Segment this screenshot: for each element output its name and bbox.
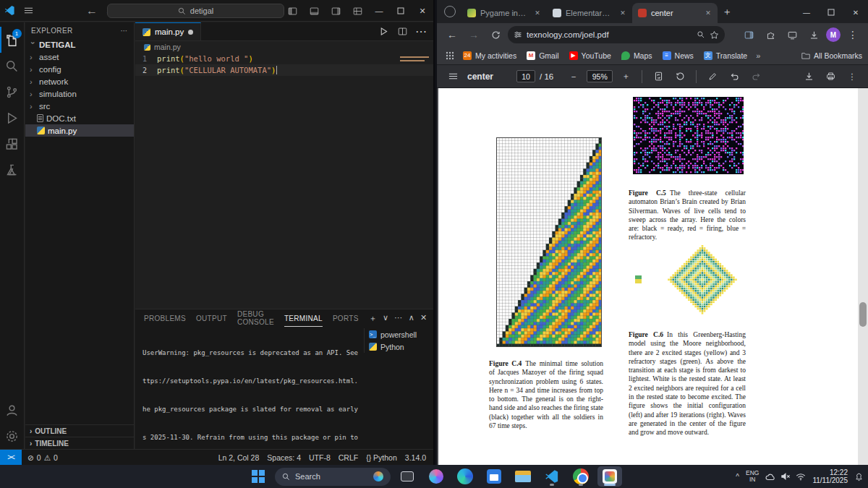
wifi-icon[interactable] — [796, 473, 806, 481]
bookmark-star-icon[interactable] — [710, 30, 719, 40]
toggle-panel-icon[interactable] — [303, 0, 325, 22]
bookmark-news[interactable]: ≡News — [658, 48, 698, 63]
terminal-instance-powershell[interactable]: >_powershell — [369, 328, 429, 341]
extensions-puzzle-icon[interactable] — [761, 25, 780, 44]
task-view-button[interactable] — [395, 466, 420, 487]
run-debug-icon[interactable] — [0, 105, 25, 131]
window-minimize-button[interactable]: — — [368, 0, 390, 22]
tab-search-icon[interactable] — [444, 6, 456, 17]
outline-section[interactable]: ›OUTLINE — [25, 424, 134, 437]
panel-more-icon[interactable]: ⋯ — [394, 313, 402, 324]
sidebar-item-src[interactable]: ›src — [25, 100, 134, 112]
history-back-icon[interactable]: ← — [82, 1, 101, 20]
taskbar-search[interactable]: Search — [275, 468, 391, 486]
new-terminal-icon[interactable]: ＋ — [369, 313, 377, 324]
sidebar-item-config[interactable]: ›config — [25, 63, 134, 75]
cast-icon[interactable] — [783, 25, 801, 44]
editor-more-icon[interactable]: ⋯ — [413, 24, 429, 40]
pdf-more-icon[interactable]: ⋮ — [843, 68, 861, 85]
clock[interactable]: 12:22 11/11/2025 — [812, 468, 848, 485]
panel-close-icon[interactable]: ✕ — [420, 313, 427, 324]
panel-maximize-icon[interactable]: ∧ — [409, 313, 414, 324]
timeline-section[interactable]: ›TIMELINE — [25, 437, 134, 449]
language-indicator[interactable]: ENG IN — [746, 470, 759, 483]
sidebar-item-main-py[interactable]: main.py — [25, 124, 134, 137]
settings-gear-icon[interactable] — [0, 423, 25, 449]
errors-icon[interactable]: ⊘ — [27, 453, 34, 462]
tab-debug-console[interactable]: DEBUG CONSOLE — [237, 309, 274, 327]
print-icon[interactable] — [822, 68, 839, 85]
pdf-scrollbar[interactable] — [858, 88, 868, 465]
warnings-icon[interactable]: ⚠ — [44, 453, 51, 462]
explorer-activity-icon[interactable]: 1 — [0, 27, 25, 53]
browser-close-button[interactable]: ✕ — [843, 1, 868, 23]
vscode-search-box[interactable]: detigal — [107, 4, 284, 18]
explorer-more-icon[interactable]: ⋯ — [121, 27, 128, 35]
back-icon[interactable]: ← — [443, 25, 461, 44]
browser-menu-icon[interactable]: ⋮ — [843, 25, 862, 44]
code-editor[interactable]: 1 print("hello world ") 2 print("CELLULA… — [135, 53, 433, 309]
search-lens-icon[interactable] — [697, 30, 705, 39]
zoom-level[interactable]: 95% — [587, 70, 613, 82]
forward-icon[interactable]: → — [464, 25, 483, 44]
toggle-secondary-sidebar-icon[interactable] — [325, 0, 346, 22]
python-version[interactable]: 3.14.0 — [405, 453, 426, 462]
unsaved-dot-icon[interactable] — [188, 30, 193, 35]
remote-indicator[interactable]: >< — [0, 450, 22, 466]
source-control-icon[interactable] — [0, 79, 25, 105]
account-icon[interactable] — [0, 397, 25, 423]
bookmark-translate[interactable]: 文Translate — [699, 48, 752, 63]
volume-muted-icon[interactable] — [780, 472, 791, 481]
fit-to-page-icon[interactable] — [650, 68, 667, 85]
tab-close-icon[interactable]: ✕ — [618, 8, 628, 18]
eol-sequence[interactable]: CRLF — [339, 453, 358, 462]
terminal-profile-dropdown-icon[interactable]: ∨ — [383, 313, 388, 324]
extensions-icon[interactable] — [0, 131, 25, 157]
sidebar-item-simulation[interactable]: ›simulation — [25, 87, 134, 100]
snipping-tool-button[interactable] — [597, 466, 622, 487]
side-panel-icon[interactable] — [739, 25, 758, 44]
browser-maximize-button[interactable] — [819, 1, 843, 23]
customize-layout-icon[interactable] — [346, 0, 368, 22]
browser-tab-elementary-cellular[interactable]: Elementary Cellular ✕ — [547, 3, 632, 23]
menu-hamburger-icon[interactable] — [19, 1, 38, 20]
edge-button[interactable] — [453, 466, 477, 487]
sidebar-item-network[interactable]: ›network — [25, 75, 134, 87]
bookmark-youtube[interactable]: ▶YouTube — [565, 48, 616, 63]
bookmark-gmail[interactable]: MGmail — [522, 48, 563, 63]
encoding[interactable]: UTF-8 — [309, 453, 331, 462]
pdf-viewport[interactable]: Figure C.4The minimal time solution of J… — [437, 88, 868, 465]
language-mode[interactable]: {} Python — [366, 453, 397, 462]
toggle-sidebar-icon[interactable] — [281, 0, 303, 22]
browser-tab-pygame[interactable]: Pygame installation ✕ — [461, 3, 547, 23]
pdf-menu-icon[interactable] — [444, 68, 461, 85]
vscode-button[interactable] — [540, 466, 564, 487]
redo-icon[interactable] — [747, 68, 765, 85]
cursor-position[interactable]: Ln 2, Col 28 — [218, 453, 260, 462]
copilot-button[interactable] — [424, 466, 448, 487]
tab-problems[interactable]: PROBLEMS — [144, 309, 186, 327]
minimap[interactable] — [399, 54, 432, 98]
pdf-download-icon[interactable] — [800, 68, 817, 85]
scrollbar-thumb[interactable] — [859, 302, 867, 327]
browser-minimize-button[interactable]: — — [794, 1, 819, 23]
tab-close-icon[interactable]: ✕ — [703, 8, 713, 18]
all-bookmarks-button[interactable]: All Bookmarks — [801, 51, 862, 60]
profile-avatar[interactable]: M — [826, 27, 841, 42]
window-close-button[interactable]: ✕ — [412, 0, 433, 22]
pdf-page-input[interactable] — [516, 70, 535, 82]
testing-icon[interactable] — [0, 157, 25, 183]
tab-close-icon[interactable]: ✕ — [532, 8, 542, 18]
zoom-in-icon[interactable]: ＋ — [617, 68, 634, 85]
split-editor-icon[interactable] — [394, 24, 410, 40]
indentation[interactable]: Spaces: 4 — [267, 453, 301, 462]
chrome-button[interactable] — [569, 466, 593, 487]
undo-icon[interactable] — [726, 68, 743, 85]
tab-output[interactable]: OUTPUT — [196, 309, 227, 327]
annotate-pen-icon[interactable] — [704, 68, 721, 85]
sidebar-item-doc-txt[interactable]: DOC.txt — [25, 112, 134, 124]
address-bar[interactable]: texnology.com/joel.pdf — [508, 26, 725, 43]
site-info-icon[interactable] — [514, 30, 522, 39]
apps-grid-icon[interactable] — [443, 46, 457, 65]
rotate-icon[interactable] — [671, 68, 689, 85]
